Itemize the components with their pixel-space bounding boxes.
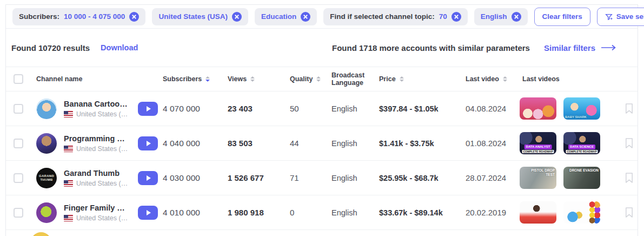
video-thumbnail[interactable]: BABY SHARK [563, 97, 600, 120]
video-thumbnail[interactable] [520, 97, 556, 120]
chip-value: United States (USA) [158, 12, 228, 21]
play-icon [147, 106, 151, 112]
sort-icon-price[interactable] [400, 76, 404, 82]
channel-name[interactable]: Garand Thumb [64, 169, 130, 178]
youtube-play-button[interactable] [138, 206, 158, 220]
chip-value: English [481, 12, 507, 21]
video-thumbnail[interactable]: DATA SCIENCE COMPLETE ROADMAP [563, 132, 600, 154]
last-video-date: 20.02.2019 [460, 208, 517, 217]
language-value: English [326, 139, 374, 148]
last-video-date: 04.08.2024 [460, 104, 517, 113]
video-thumbnail[interactable] [520, 201, 556, 224]
language-value: English [326, 104, 374, 113]
similar-filters-link[interactable]: Similar filters [544, 43, 616, 53]
quality-value: 0 [284, 208, 326, 217]
play-icon [147, 175, 151, 181]
row-checkbox[interactable] [14, 208, 23, 218]
price-value: $1.41k - $3.75k [374, 139, 460, 148]
main-panel: Subcribers: 10 000 - 4 075 000 United St… [5, 4, 638, 236]
views-value: 1 526 677 [222, 173, 284, 182]
close-icon[interactable] [232, 12, 242, 22]
col-price[interactable]: Price [374, 75, 460, 83]
channel-country: United States (USA) [76, 145, 132, 153]
bookmark-icon[interactable] [624, 172, 634, 183]
sort-icon-quality[interactable] [316, 76, 321, 82]
sort-icon-subscribers[interactable] [205, 76, 210, 82]
col-broadcast-language: Broadcast Language [326, 71, 369, 87]
subscribers-value: 4 040 000 [157, 139, 222, 148]
price-value: $397.84 - $1.05k [374, 104, 460, 113]
channel-name[interactable]: Finger Family Songs [64, 204, 130, 212]
channel-country: United States (USA) [76, 110, 132, 118]
filter-chip-subscribers[interactable]: Subcribers: 10 000 - 4 075 000 [12, 8, 145, 25]
channel-name[interactable]: Banana Cartoon 3D. [64, 100, 130, 108]
channel-avatar[interactable] [36, 202, 57, 223]
channel-avatar[interactable]: GARAND THUMB [36, 168, 57, 188]
us-flag-icon [64, 215, 73, 221]
video-thumbnail[interactable] [563, 201, 600, 224]
table-row: Banana Cartoon 3D. United States (USA) 4… [6, 91, 638, 126]
partial-next-row [6, 230, 638, 236]
filter-bar: Subcribers: 10 000 - 4 075 000 United St… [6, 5, 638, 29]
chip-value: 70 [439, 12, 447, 21]
similar-results-count: Found 1718 more accounts with similar pa… [332, 43, 530, 53]
play-icon [147, 210, 151, 215]
channel-avatar [31, 232, 51, 236]
col-views[interactable]: Views [222, 75, 284, 83]
sort-icon-views[interactable] [250, 76, 255, 82]
views-value: 83 503 [222, 139, 284, 148]
col-quality[interactable]: Quality [284, 75, 326, 83]
channel-country: United States (USA) [76, 214, 132, 222]
video-thumbnail[interactable]: DRONE EVASION [563, 167, 600, 189]
sort-icon-last-video[interactable] [503, 76, 507, 82]
subscribers-value: 4 030 000 [157, 173, 222, 183]
row-checkbox[interactable] [14, 104, 23, 114]
quality-value: 44 [284, 139, 326, 148]
quality-value: 71 [284, 173, 326, 182]
close-icon[interactable] [512, 12, 521, 22]
filter-chip-category[interactable]: Education [255, 8, 317, 25]
clear-filters-label: Clear filters [542, 12, 582, 21]
channel-country: United States (USA) [76, 180, 132, 187]
filter-chip-country[interactable]: United States (USA) [152, 8, 248, 25]
chip-prefix: Find if selected channel topic: [330, 12, 435, 21]
col-subscribers[interactable]: Subscribers [157, 75, 222, 83]
chip-value: 10 000 - 4 075 000 [64, 12, 125, 21]
row-checkbox[interactable] [14, 173, 23, 183]
close-icon[interactable] [452, 12, 461, 22]
table-row: Programming with .. United States (USA) … [6, 126, 638, 161]
youtube-play-button[interactable] [138, 102, 158, 116]
views-value: 1 980 918 [222, 208, 284, 217]
bookmark-icon[interactable] [624, 137, 634, 149]
youtube-play-button[interactable] [138, 136, 158, 150]
similar-filters-label: Similar filters [544, 43, 595, 53]
col-last-video[interactable]: Last video [460, 75, 517, 83]
us-flag-icon [64, 180, 73, 187]
close-icon[interactable] [301, 12, 310, 22]
youtube-play-button[interactable] [138, 171, 158, 185]
save-selection-button[interactable]: Save selection [597, 8, 644, 26]
clear-filters-button[interactable]: Clear filters [534, 8, 590, 26]
bookmark-icon[interactable] [624, 207, 634, 218]
results-bar: Found 10720 results Download Found 1718 … [6, 29, 638, 67]
views-value: 23 403 [222, 104, 284, 113]
save-selection-label: Save selection [616, 12, 644, 21]
video-thumbnail[interactable]: PISTOL DROP TEST [520, 167, 556, 189]
select-all-checkbox[interactable] [14, 74, 23, 84]
arrow-right-icon [601, 44, 616, 51]
quality-value: 50 [284, 104, 326, 113]
channel-name[interactable]: Programming with .. [64, 134, 130, 143]
row-checkbox[interactable] [14, 139, 23, 148]
channel-avatar[interactable] [36, 99, 57, 119]
download-link[interactable]: Download [101, 43, 138, 52]
channel-avatar[interactable] [36, 133, 57, 154]
chip-prefix: Subcribers: [19, 12, 59, 21]
bookmark-icon[interactable] [624, 103, 634, 114]
col-channel-name: Channel name [31, 75, 132, 83]
filter-chip-topic[interactable]: Find if selected channel topic: 70 [323, 8, 468, 25]
filter-chip-language[interactable]: English [474, 8, 528, 25]
price-value: $25.95k - $68.7k [374, 174, 460, 182]
video-thumbnail[interactable]: DATA ANALYST COMPLETE ROADMAP [520, 132, 556, 154]
close-icon[interactable] [129, 12, 139, 22]
price-value: $33.67k - $89.14k [374, 208, 460, 217]
